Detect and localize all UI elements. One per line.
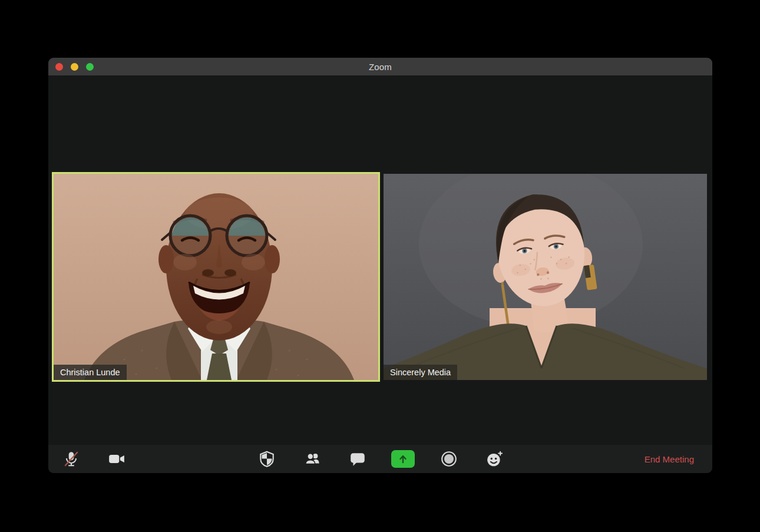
participants-icon: [303, 450, 321, 468]
reactions-button[interactable]: [483, 445, 506, 473]
close-window-button[interactable]: [55, 63, 63, 71]
chat-bubble-icon: [349, 450, 366, 468]
record-icon: [440, 450, 458, 468]
window-title: Zoom: [369, 62, 392, 72]
participants-button[interactable]: [300, 445, 324, 473]
reactions-smiley-icon: [485, 450, 503, 468]
participant-name-label: Christian Lunde: [54, 365, 127, 380]
video-tile-active-speaker[interactable]: Christian Lunde: [52, 172, 380, 382]
security-button[interactable]: [255, 445, 279, 473]
record-button[interactable]: [437, 445, 461, 473]
video-camera-icon: [108, 450, 125, 468]
meeting-toolbar: End Meeting: [48, 445, 712, 473]
end-meeting-button[interactable]: End Meeting: [641, 445, 698, 473]
participant-name-label: Sincerely Media: [384, 365, 457, 380]
video-stage: Christian Lunde: [48, 75, 712, 445]
minimize-window-button[interactable]: [71, 63, 78, 71]
video-tile-participant[interactable]: Sincerely Media: [384, 174, 707, 380]
share-screen-button[interactable]: [391, 445, 415, 473]
chat-button[interactable]: [346, 445, 369, 473]
unmute-button[interactable]: [60, 445, 83, 473]
stop-video-button[interactable]: [105, 445, 128, 473]
traffic-lights: [55, 58, 94, 75]
participant-video-christian: [54, 174, 378, 380]
titlebar[interactable]: Zoom: [48, 58, 712, 75]
participant-video-sincerely: [384, 174, 707, 380]
zoom-meeting-window: Zoom: [48, 58, 712, 473]
desktop: Zoom: [0, 0, 760, 532]
fullscreen-window-button[interactable]: [86, 63, 94, 71]
microphone-muted-icon: [62, 450, 80, 468]
share-screen-icon: [391, 450, 415, 468]
security-shield-icon: [258, 450, 276, 468]
